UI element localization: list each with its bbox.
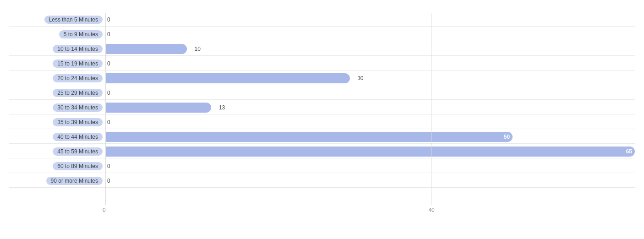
bar-label-pill: Less than 5 Minutes (44, 16, 103, 24)
bar-label-col: 10 to 14 Minutes (9, 45, 105, 53)
bar-row: Less than 5 Minutes0 (9, 13, 635, 27)
bar-fill: 65 (105, 147, 635, 157)
bar-fill: 50 (105, 132, 513, 142)
bar-label-pill: 45 to 59 Minutes (53, 147, 103, 156)
bar-label-col: 45 to 59 Minutes (9, 147, 105, 156)
bar-label-pill: 20 to 24 Minutes (53, 74, 103, 82)
bar-label-col: 30 to 34 Minutes (9, 103, 105, 112)
bar-track: 65 (105, 145, 635, 158)
bar-fill: 10 (105, 44, 187, 54)
bar-track: 0 (105, 57, 635, 70)
bar-row: 35 to 39 Minutes0 (9, 115, 635, 129)
bar-label-col: 60 to 89 Minutes (9, 162, 105, 170)
x-axis: 04080 (105, 207, 635, 216)
bar-value-label: 0 (107, 60, 110, 67)
bar-track: 0 (105, 174, 635, 187)
bar-label-pill: 30 to 34 Minutes (53, 103, 103, 112)
bar-label-pill: 25 to 29 Minutes (53, 89, 103, 97)
bar-track: 10 (105, 42, 635, 55)
bar-value-label: 65 (626, 148, 632, 155)
bar-label-pill: 90 or more Minutes (46, 177, 103, 185)
bar-value-label: 10 (194, 46, 200, 52)
bar-label-col: 15 to 19 Minutes (9, 60, 105, 68)
chart-area: Less than 5 Minutes05 to 9 Minutes010 to… (9, 13, 635, 205)
bar-fill: 30 (105, 73, 350, 83)
bar-track: 30 (105, 71, 635, 85)
bar-fill: 13 (105, 103, 211, 113)
bar-value-label: 13 (219, 104, 225, 111)
bar-label-pill: 35 to 39 Minutes (53, 118, 103, 126)
bar-row: 15 to 19 Minutes0 (9, 57, 635, 71)
bar-label-col: 40 to 44 Minutes (9, 133, 105, 141)
bar-label-col: 25 to 29 Minutes (9, 89, 105, 97)
bar-track: 0 (105, 115, 635, 129)
bar-label-col: 5 to 9 Minutes (9, 30, 105, 38)
bar-row: 30 to 34 Minutes13 (9, 101, 635, 114)
chart-container: Less than 5 Minutes05 to 9 Minutes010 to… (0, 0, 644, 239)
bar-value-label: 0 (107, 119, 110, 125)
bar-value-label: 0 (107, 90, 110, 96)
x-axis-tick: 0 (103, 207, 106, 213)
bar-value-label: 30 (357, 75, 363, 81)
x-axis-tick: 40 (428, 207, 434, 213)
bar-value-label: 0 (107, 178, 110, 184)
bar-value-label: 50 (504, 134, 510, 140)
bar-label-pill: 5 to 9 Minutes (59, 30, 103, 38)
bar-label-col: Less than 5 Minutes (9, 16, 105, 24)
bar-row: 90 or more Minutes0 (9, 174, 635, 188)
bar-row: 45 to 59 Minutes65 (9, 145, 635, 158)
bar-row: 20 to 24 Minutes30 (9, 71, 635, 85)
bar-track: 0 (105, 159, 635, 173)
bar-label-pill: 10 to 14 Minutes (53, 45, 103, 53)
bar-track: 0 (105, 86, 635, 99)
bar-track: 0 (105, 27, 635, 41)
bar-row: 5 to 9 Minutes0 (9, 27, 635, 41)
bar-value-label: 0 (107, 31, 110, 38)
bar-row: 60 to 89 Minutes0 (9, 159, 635, 173)
bar-value-label: 0 (107, 16, 110, 23)
bar-label-pill: 60 to 89 Minutes (53, 162, 103, 170)
bar-track: 13 (105, 101, 635, 114)
bar-label-pill: 40 to 44 Minutes (53, 133, 103, 141)
bar-label-col: 90 or more Minutes (9, 177, 105, 185)
bar-value-label: 0 (107, 163, 110, 169)
bar-label-pill: 15 to 19 Minutes (53, 60, 103, 68)
bar-track: 0 (105, 13, 635, 26)
bar-row: 40 to 44 Minutes50 (9, 130, 635, 144)
bar-row: 25 to 29 Minutes0 (9, 86, 635, 100)
bar-label-col: 35 to 39 Minutes (9, 118, 105, 126)
bar-label-col: 20 to 24 Minutes (9, 74, 105, 82)
bar-track: 50 (105, 130, 635, 143)
bar-row: 10 to 14 Minutes10 (9, 42, 635, 56)
